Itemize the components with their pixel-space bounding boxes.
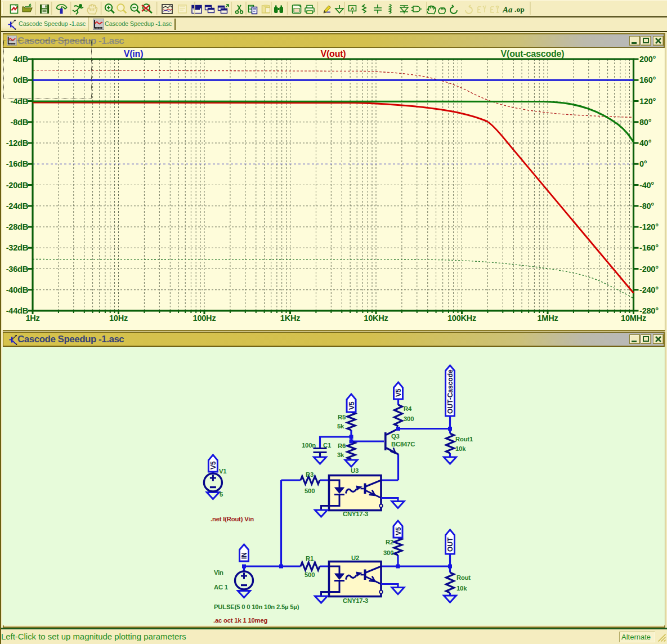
svg-text:PULSE(5 0 0 10n 10n 2.5µ 5µ): PULSE(5 0 0 10n 10n 2.5µ 5µ) xyxy=(214,603,299,610)
svg-text:R5: R5 xyxy=(338,414,346,421)
svg-text:5: 5 xyxy=(220,491,223,498)
svg-text:-200°: -200° xyxy=(639,265,659,274)
svg-text:80°: 80° xyxy=(639,118,652,127)
svg-text:100n: 100n xyxy=(302,442,316,449)
svg-text:100Hz: 100Hz xyxy=(193,314,216,323)
svg-text:V(out): V(out) xyxy=(320,49,346,59)
svg-text:1MHz: 1MHz xyxy=(537,314,558,323)
svg-text:1KHz: 1KHz xyxy=(280,314,300,323)
svg-text:.net I(Rout) Vin: .net I(Rout) Vin xyxy=(211,516,254,522)
svg-text:Vin: Vin xyxy=(214,569,223,576)
svg-text:R6: R6 xyxy=(338,442,346,449)
svg-text:V5: V5 xyxy=(395,527,402,535)
svg-text:R2: R2 xyxy=(386,539,393,545)
svg-text:-32dB: -32dB xyxy=(6,243,28,252)
svg-text:-16dB: -16dB xyxy=(6,159,28,168)
svg-text:A: A xyxy=(351,6,354,11)
svg-text:V5: V5 xyxy=(395,388,402,397)
svg-text:-20dB: -20dB xyxy=(6,181,28,190)
svg-text:IN: IN xyxy=(240,552,248,559)
svg-text:OUT: OUT xyxy=(446,537,454,552)
svg-text:CNY17-3: CNY17-3 xyxy=(343,597,368,604)
svg-text:160°: 160° xyxy=(639,75,656,84)
svg-text:R3: R3 xyxy=(306,471,314,478)
svg-text:BC847C: BC847C xyxy=(391,441,415,448)
svg-text:120°: 120° xyxy=(639,97,656,106)
svg-text:Rout: Rout xyxy=(456,574,471,581)
svg-text:U2: U2 xyxy=(351,554,359,561)
svg-text:10MHz: 10MHz xyxy=(621,314,646,323)
svg-text:AC 1: AC 1 xyxy=(214,584,228,591)
svg-text:0°: 0° xyxy=(639,159,647,168)
svg-text:U3: U3 xyxy=(351,467,359,474)
svg-text:10Hz: 10Hz xyxy=(109,314,128,323)
svg-text:-240°: -240° xyxy=(639,285,659,294)
svg-text:-12dB: -12dB xyxy=(6,138,28,147)
svg-text:V(out-cascode): V(out-cascode) xyxy=(501,49,565,59)
svg-text:3k: 3k xyxy=(337,451,344,458)
svg-text:300: 300 xyxy=(383,549,393,556)
svg-text:10k: 10k xyxy=(456,585,467,592)
svg-text:.ac oct 1k 1 10meg: .ac oct 1k 1 10meg xyxy=(213,617,268,624)
svg-text:10k: 10k xyxy=(455,445,466,452)
svg-text:1Hz: 1Hz xyxy=(25,314,39,323)
svg-text:C1: C1 xyxy=(323,442,331,449)
svg-text:-36dB: -36dB xyxy=(6,265,28,274)
svg-text:200°: 200° xyxy=(639,55,656,64)
svg-text:-40dB: -40dB xyxy=(6,285,28,294)
svg-text:.op: .op xyxy=(514,5,525,14)
svg-text:500: 500 xyxy=(305,488,315,494)
svg-text:OUT-Cascode: OUT-Cascode xyxy=(446,369,454,414)
svg-text:Aa: Aa xyxy=(502,5,513,14)
svg-text:100KHz: 100KHz xyxy=(447,314,476,323)
svg-text:V5: V5 xyxy=(209,461,217,469)
svg-text:10KHz: 10KHz xyxy=(364,314,388,323)
svg-text:500: 500 xyxy=(305,571,315,578)
svg-text:300: 300 xyxy=(404,415,414,422)
svg-text:-44dB: -44dB xyxy=(6,306,28,315)
svg-text:V1: V1 xyxy=(219,468,226,475)
svg-text:V5: V5 xyxy=(348,401,356,410)
svg-text:-8dB: -8dB xyxy=(11,118,28,127)
svg-text:-80°: -80° xyxy=(639,202,654,211)
svg-text:5k: 5k xyxy=(337,423,344,430)
svg-text:-120°: -120° xyxy=(639,222,659,231)
svg-text:V(in): V(in) xyxy=(124,49,144,59)
svg-text:-160°: -160° xyxy=(639,243,659,252)
svg-text:Rout1: Rout1 xyxy=(455,436,473,442)
svg-text:-28dB: -28dB xyxy=(6,222,28,231)
svg-text:CNY17-3: CNY17-3 xyxy=(343,511,368,517)
svg-text:40°: 40° xyxy=(639,138,652,147)
svg-text:-40°: -40° xyxy=(639,181,654,190)
svg-text:R4: R4 xyxy=(404,405,412,412)
svg-text:R1: R1 xyxy=(306,555,314,562)
svg-text:-24dB: -24dB xyxy=(6,202,28,211)
svg-text:Q3: Q3 xyxy=(391,433,400,440)
